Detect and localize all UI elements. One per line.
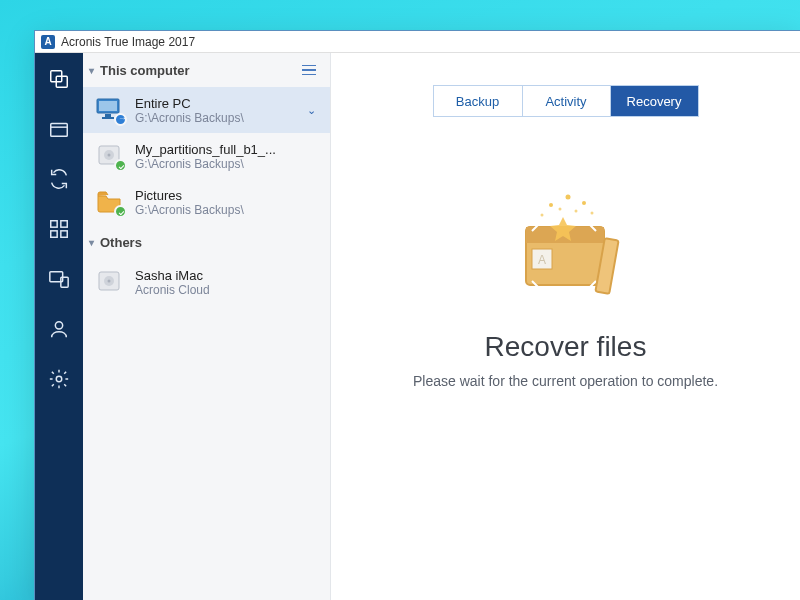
hero: A Recover files Please wait for the curr… — [413, 187, 718, 389]
backup-list-panel: ▾ This computer Entire PC G:\Acronis Bac… — [83, 53, 331, 600]
svg-point-25 — [540, 214, 543, 217]
svg-point-11 — [56, 376, 62, 382]
tab-recovery[interactable]: Recovery — [610, 86, 698, 116]
backup-item-entire-pc[interactable]: Entire PC G:\Acronis Backups\ ⌄ — [83, 87, 330, 133]
backup-item-sub: G:\Acronis Backups\ — [135, 111, 293, 125]
rail-backup-icon[interactable] — [47, 67, 71, 91]
backup-item-title: My_partitions_full_b1_... — [135, 142, 320, 157]
rail-archive-icon[interactable] — [47, 117, 71, 141]
tab-backup[interactable]: Backup — [434, 86, 522, 116]
status-badge-arrow-icon — [114, 113, 127, 126]
rail-dashboard-icon[interactable] — [47, 217, 71, 241]
backup-item-sub: G:\Acronis Backups\ — [135, 157, 320, 171]
rail-devices-icon[interactable] — [47, 267, 71, 291]
svg-point-26 — [590, 212, 593, 215]
svg-rect-5 — [61, 221, 67, 227]
group-label: Others — [100, 235, 142, 250]
nav-rail — [35, 53, 83, 600]
drive-icon — [95, 268, 125, 296]
svg-rect-7 — [61, 231, 67, 237]
tab-activity[interactable]: Activity — [522, 86, 610, 116]
backup-item-title: Sasha iMac — [135, 268, 320, 283]
hero-subtitle: Please wait for the current operation to… — [413, 373, 718, 389]
backup-item-partitions[interactable]: My_partitions_full_b1_... G:\Acronis Bac… — [83, 133, 330, 179]
rail-sync-icon[interactable] — [47, 167, 71, 191]
app-window: A Acronis True Image 2017 — [34, 30, 800, 600]
status-badge-check-icon — [114, 159, 127, 172]
group-menu-icon[interactable] — [298, 61, 320, 80]
rail-settings-icon[interactable] — [47, 367, 71, 391]
tab-bar: Backup Activity Recovery — [433, 85, 699, 117]
hero-title: Recover files — [485, 331, 647, 363]
svg-rect-15 — [102, 117, 114, 119]
titlebar: A Acronis True Image 2017 — [35, 31, 800, 53]
drive-icon — [95, 142, 125, 170]
window-title: Acronis True Image 2017 — [61, 35, 195, 49]
svg-point-21 — [108, 280, 111, 283]
svg-point-23 — [565, 195, 570, 200]
rail-account-icon[interactable] — [47, 317, 71, 341]
svg-rect-14 — [105, 114, 111, 117]
svg-point-18 — [108, 154, 111, 157]
backup-item-sub: G:\Acronis Backups\ — [135, 203, 320, 217]
status-badge-check-icon — [114, 205, 127, 218]
backup-item-sub: Acronis Cloud — [135, 283, 320, 297]
backup-item-sasha-imac[interactable]: Sasha iMac Acronis Cloud — [83, 259, 330, 305]
expand-chevron-icon[interactable]: ⌄ — [303, 100, 320, 121]
svg-rect-2 — [51, 124, 68, 137]
backup-item-title: Pictures — [135, 188, 320, 203]
svg-rect-13 — [99, 101, 117, 111]
folder-icon — [95, 188, 125, 216]
window-body: ▾ This computer Entire PC G:\Acronis Bac… — [35, 53, 800, 600]
chevron-down-icon: ▾ — [89, 65, 94, 76]
svg-rect-4 — [51, 221, 57, 227]
svg-point-28 — [574, 210, 577, 213]
svg-point-27 — [558, 208, 561, 211]
monitor-icon — [95, 96, 125, 124]
app-icon: A — [41, 35, 55, 49]
group-label: This computer — [100, 63, 190, 78]
group-header-others[interactable]: ▾ Others — [83, 225, 330, 259]
group-header-this-computer[interactable]: ▾ This computer — [83, 53, 330, 87]
main-content: Backup Activity Recovery A — [331, 53, 800, 600]
backup-item-title: Entire PC — [135, 96, 293, 111]
backup-item-pictures[interactable]: Pictures G:\Acronis Backups\ — [83, 179, 330, 225]
recover-box-illustration: A — [496, 187, 636, 307]
svg-point-22 — [549, 203, 553, 207]
svg-rect-6 — [51, 231, 57, 237]
svg-point-10 — [55, 322, 62, 329]
svg-text:A: A — [538, 253, 546, 267]
svg-point-24 — [582, 201, 586, 205]
chevron-down-icon: ▾ — [89, 237, 94, 248]
